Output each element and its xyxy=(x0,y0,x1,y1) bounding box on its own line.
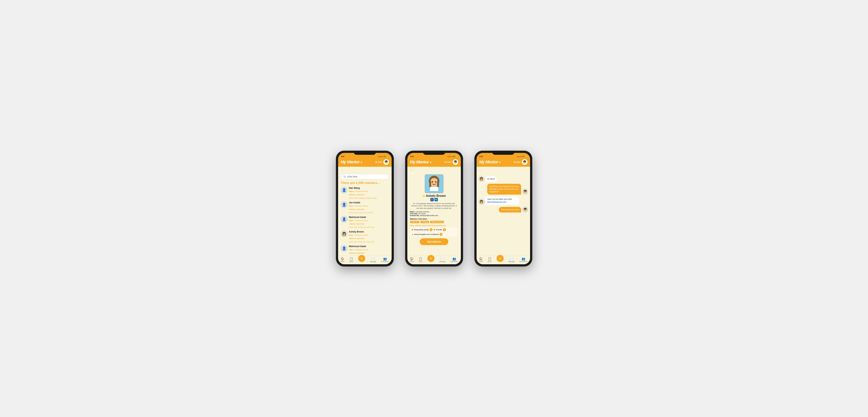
mentor-name-4: Mahmoud Salah xyxy=(349,245,368,248)
app-header-3: My Mentor ✦ Hi Jim! 👦 xyxy=(476,158,530,167)
app-header-2: My Mentor ✦ Hi Jim! 👦 xyxy=(407,158,461,167)
advices-label: Advices I Can Give: xyxy=(410,218,458,220)
message-icon-1: ✉️ xyxy=(371,257,375,260)
svg-point-5 xyxy=(435,181,436,182)
phone-2: 8:30 ▲▲▲ WiFi 🔋 My Mentor ✦ Hi Jim! 👦 xyxy=(405,151,463,267)
advice-label-4: Advices I Can Give: xyxy=(349,252,365,254)
thanks-count-0: 2 xyxy=(430,228,433,231)
mentor-item-4[interactable]: 👤 Mahmoud Salah Major: Computer Science … xyxy=(341,245,389,254)
advice-label-3: Advices I Can Give: xyxy=(349,238,365,239)
search-input[interactable] xyxy=(347,175,386,178)
search-bar[interactable]: 🔍 xyxy=(341,174,389,179)
nav-find-3[interactable]: 👥 Find Mentor xyxy=(520,257,528,263)
nav-message-label-3: Message xyxy=(508,261,515,263)
msg-row-2: 👩 Sure! Let me share you a link: www.sha… xyxy=(478,197,528,205)
nav-home-label-3: Home xyxy=(479,261,483,263)
get-advice-button[interactable]: Get Advice xyxy=(420,238,448,245)
major-val-2: Computer Science xyxy=(354,220,368,221)
nav-find-2[interactable]: 👥 Find Mentor xyxy=(451,257,458,263)
nav-qa-2[interactable]: 📋 Q & A xyxy=(418,257,423,263)
nav-home-label-1: Home xyxy=(341,261,344,263)
mentor-name-1: Joe Antaki xyxy=(349,201,373,204)
notch-3 xyxy=(492,151,515,155)
status-icons-1: ▲▲▲ WiFi 🔋 xyxy=(378,156,389,158)
major-label-2: Major: xyxy=(349,220,354,221)
join-detail-label: Join Date: xyxy=(410,213,418,215)
header-right-1: Hi Jim! 👦 xyxy=(375,159,389,165)
nav-message-label-2: Message xyxy=(439,261,445,263)
find-icon-2: 👥 xyxy=(453,257,456,260)
nav-qa-label-2: Q & A xyxy=(418,261,423,263)
nav-add-2[interactable]: + xyxy=(427,255,434,262)
nav-qa-label-3: Q & A xyxy=(488,261,492,263)
home-icon-1: 🏠 xyxy=(341,257,344,260)
phone-1-inner: 8:30 ▲▲▲ WiFi 🔋 My Mentor ✦ Hi Jim! 👦 xyxy=(338,153,392,264)
lightning-icon-3: ✦ xyxy=(498,161,501,164)
nav-add-1[interactable]: + xyxy=(358,255,365,262)
chat-content[interactable]: ← 👩 Hi, there! 👦 Hi Asheley, I am lookin… xyxy=(476,167,530,256)
phone-1-content[interactable]: ← 🔍 There are 1,000 mentors... 👤 Nan Wan… xyxy=(338,167,392,256)
bottom-nav-3: 🏠 Home 📋 Q & A + ✉️ Message 👥 Find Mento… xyxy=(476,256,530,264)
advice-val-1: COSI 102a, COSI 12b, COSI 29 xyxy=(349,212,373,214)
mentor-avatar-4: 👤 xyxy=(341,245,347,252)
mentor-item-1[interactable]: 👤 Joe Antaki Major: Computer Science Adv… xyxy=(341,201,389,214)
thanks-emoji-0: 😊 xyxy=(411,229,413,231)
find-icon-3: 👥 xyxy=(522,257,525,260)
mentor-item-2[interactable]: 👤 Mahmoud Salah Major: Computer Science … xyxy=(341,216,389,229)
chat-avatar-0: 👩 xyxy=(478,176,485,182)
back-button-1[interactable]: ← xyxy=(341,169,389,173)
mentor-info-1: Joe Antaki Major: Computer Science Advic… xyxy=(349,201,373,214)
wifi-icon-2: WiFi xyxy=(453,156,456,158)
major-detail: Major: Computer Science xyxy=(410,211,458,213)
notch-2 xyxy=(423,151,445,155)
app-title-3: My Mentor ✦ xyxy=(479,160,501,165)
linkedin-button[interactable]: in xyxy=(434,198,438,201)
facebook-button[interactable]: f xyxy=(430,198,434,201)
msg-row-0: 👩 Hi, there! xyxy=(478,176,528,182)
phone-2-content[interactable]: ← xyxy=(407,167,461,256)
advice-tag-2: Taking Pictures xyxy=(430,221,444,223)
mentor-item-3[interactable]: 👩 Ashely Brown Major: Computer Science A… xyxy=(341,231,389,243)
profile-details: Major: Computer Science Join Date: Jun.2… xyxy=(410,211,458,216)
nav-find-1[interactable]: 👥 Find Mentor xyxy=(381,257,389,263)
mentor-item-0[interactable]: 👤 Nan Wang Major: Computer Science Advic… xyxy=(341,187,389,200)
header-right-2: Hi Jim! 👦 xyxy=(444,159,458,165)
contact-detail-label: Contact Me: xyxy=(410,215,420,216)
profile-photo xyxy=(410,174,458,193)
msg-row-1: 👦 Hi Asheley, I am looking for learning … xyxy=(478,184,528,195)
user-avatar-3: 👦 xyxy=(522,159,527,165)
phones-container: 8:30 ▲▲▲ WiFi 🔋 My Mentor ✦ Hi Jim! 👦 xyxy=(336,151,532,267)
chat-avatar-1: 👦 xyxy=(522,188,528,195)
greeting-3: Hi Jim! xyxy=(514,161,521,163)
back-button-2[interactable]: ← xyxy=(410,169,458,173)
mentor-info-0: Nan Wang Major: Computer Science Advices… xyxy=(349,187,377,200)
thanks-emoji-1: 🙏 xyxy=(411,234,413,235)
svg-rect-6 xyxy=(430,187,438,191)
battery-icon-2: 🔋 xyxy=(456,156,458,158)
advice-tag-1: Cooking xyxy=(420,221,429,223)
greeting-1: Hi Jim! xyxy=(375,161,382,163)
major-label-3: Major: xyxy=(349,234,354,236)
major-label-4: Major: xyxy=(349,249,354,251)
shared-link[interactable]: www.shaluosenks.com. xyxy=(488,201,507,203)
nav-home-3[interactable]: 🏠 Home xyxy=(479,257,483,263)
nav-qa-1[interactable]: 📋 Q & A xyxy=(349,257,353,263)
title-my-3: My xyxy=(479,160,486,164)
nav-home-1[interactable]: 🏠 Home xyxy=(341,257,344,263)
mentor-avatar-3: 👩 xyxy=(341,231,347,237)
qa-icon-3: 📋 xyxy=(488,257,492,260)
back-button-3[interactable]: ← xyxy=(478,169,528,173)
user-avatar-1: 👦 xyxy=(383,159,389,165)
nav-qa-3[interactable]: 📋 Q & A xyxy=(488,257,492,263)
nav-message-1[interactable]: ✉️ Message xyxy=(370,257,376,263)
nav-message-3[interactable]: ✉️ Message xyxy=(508,257,515,263)
nav-message-2[interactable]: ✉️ Message xyxy=(439,257,445,263)
profile-name-row: 🌟 Ashely Brown xyxy=(410,194,458,198)
major-label-1: Major: xyxy=(349,205,354,207)
signal-icon-3: ▲▲▲ xyxy=(517,156,521,158)
qa-icon-1: 📋 xyxy=(349,257,353,260)
nav-add-3[interactable]: + xyxy=(497,255,504,262)
nav-home-2[interactable]: 🏠 Home xyxy=(410,257,414,263)
status-time-3: 8:30 xyxy=(479,155,483,158)
contact-detail: Contact Me: asheleyb@brandeis.edu xyxy=(410,215,458,216)
